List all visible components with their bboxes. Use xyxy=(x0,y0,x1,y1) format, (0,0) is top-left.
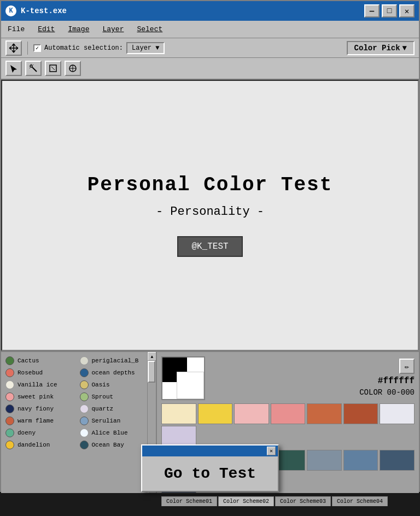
swatch[interactable] xyxy=(343,450,378,471)
scroll-thumb[interactable] xyxy=(148,361,155,383)
menu-edit[interactable]: Edit xyxy=(36,24,57,34)
scheme-tab-4[interactable]: Color Scheme04 xyxy=(332,496,388,506)
color-name: Sprout xyxy=(92,394,114,400)
svg-line-6 xyxy=(51,67,55,70)
scheme-tab-2[interactable]: Color Scheme02 xyxy=(218,496,274,506)
toolbar-separator xyxy=(27,42,28,55)
swatch[interactable] xyxy=(307,403,342,424)
transform-tool-button[interactable] xyxy=(65,61,81,76)
color-dot xyxy=(5,392,14,401)
color-name: Vanilla ice xyxy=(18,382,57,388)
svg-line-3 xyxy=(33,64,33,65)
color-name: warm flame xyxy=(18,418,54,424)
list-item[interactable]: Serulian xyxy=(80,417,152,425)
list-item[interactable]: periglacial_B xyxy=(80,356,152,365)
menu-bar: File Edit Image Layer Select xyxy=(1,21,419,38)
crop-tool-button[interactable] xyxy=(45,61,61,76)
selection-tool-button[interactable] xyxy=(5,61,22,76)
list-item[interactable]: dandelion xyxy=(5,441,78,449)
menu-select[interactable]: Select xyxy=(135,24,165,34)
color-name: Serulian xyxy=(92,418,121,424)
window-controls: — □ ✕ xyxy=(364,4,415,17)
auto-selection-group: ✓ Automatic selection: Layer ▼ xyxy=(33,42,165,54)
list-item[interactable]: warm flame xyxy=(5,417,78,425)
color-dot xyxy=(80,368,89,377)
color-name: navy fiony xyxy=(18,406,54,412)
menu-layer[interactable]: Layer xyxy=(100,24,126,34)
swatch[interactable] xyxy=(380,403,415,424)
list-item[interactable]: Rosebud xyxy=(5,368,78,377)
preview-white xyxy=(177,372,204,399)
menu-file[interactable]: File xyxy=(5,24,27,34)
color-dot xyxy=(80,404,89,413)
list-item[interactable]: Alice Blue xyxy=(80,429,152,437)
swatch[interactable] xyxy=(380,450,415,471)
move-tool-button[interactable] xyxy=(5,40,22,56)
color-dot xyxy=(80,441,89,449)
goto-dialog: ✕ Go to Test xyxy=(141,444,279,492)
color-name: doeny xyxy=(18,430,36,436)
list-item[interactable]: Vanilla ice xyxy=(5,380,78,389)
color-dot xyxy=(5,356,14,365)
app-icon: K xyxy=(5,5,16,16)
toolbar-row2 xyxy=(1,58,419,80)
svg-line-1 xyxy=(32,67,37,72)
color-name: Ocean Bay xyxy=(92,442,124,448)
swatch[interactable] xyxy=(307,450,342,471)
list-item[interactable]: ocean depths xyxy=(80,368,152,377)
minimize-button[interactable]: — xyxy=(364,4,380,17)
color-dot xyxy=(5,380,14,389)
list-item[interactable]: navy fiony xyxy=(5,404,78,413)
canvas-badge: @K_TEST xyxy=(177,236,242,257)
color-pick-button[interactable]: Color Pick ▼ xyxy=(347,41,415,55)
layer-dropdown[interactable]: Layer ▼ xyxy=(126,42,165,54)
color-name: quartz xyxy=(92,406,114,412)
color-dot xyxy=(5,417,14,425)
auto-selection-label: Automatic selection: xyxy=(44,44,123,52)
list-item[interactable]: quartz xyxy=(80,404,152,413)
color-dot xyxy=(80,392,89,401)
goto-dialog-content: Go to Test xyxy=(142,456,278,491)
menu-image[interactable]: Image xyxy=(66,24,91,34)
swatch[interactable] xyxy=(343,403,378,424)
color-dot xyxy=(5,404,14,413)
swatch[interactable] xyxy=(271,403,306,424)
list-item[interactable]: doeny xyxy=(5,429,78,437)
list-item[interactable]: sweet pink xyxy=(5,392,78,401)
hex-code: #ffffff xyxy=(378,376,415,386)
svg-line-4 xyxy=(30,68,30,68)
color-name: dandelion xyxy=(18,442,50,448)
edit-button[interactable]: ✏ xyxy=(399,359,415,374)
scheme-tab-3[interactable]: Color Scheme03 xyxy=(275,496,331,506)
swatches-grid-row1 xyxy=(161,403,415,447)
canvas-title: Personal Color Test xyxy=(88,174,332,196)
color-name: sweet pink xyxy=(18,394,54,400)
goto-button[interactable]: Go to Test xyxy=(164,465,256,482)
color-code: COLOR 00-000 xyxy=(359,388,415,397)
goto-dialog-titlebar: ✕ xyxy=(142,445,278,456)
list-item[interactable]: Sprout xyxy=(80,392,152,401)
swatch[interactable] xyxy=(161,426,196,447)
scheme-top: ✏ #ffffff COLOR 00-000 xyxy=(161,356,415,400)
swatch[interactable] xyxy=(234,403,269,424)
content-column: Personal Color Test - Personality - @K_T… xyxy=(1,80,419,493)
swatch[interactable] xyxy=(161,403,196,424)
list-item[interactable]: Cactus xyxy=(5,356,78,365)
title-bar: K K-test.exe — □ ✕ xyxy=(1,1,419,21)
main-area: Personal Color Test - Personality - @K_T… xyxy=(1,80,419,493)
toolbar-right: Color Pick ▼ xyxy=(347,41,415,55)
magic-wand-button[interactable] xyxy=(25,61,42,76)
canvas-display: Personal Color Test - Personality - @K_T… xyxy=(1,80,419,351)
close-button[interactable]: ✕ xyxy=(399,4,415,17)
scheme-tab-1[interactable]: Color Scheme01 xyxy=(161,496,217,506)
swatch[interactable] xyxy=(198,403,233,424)
list-item[interactable]: Oasis xyxy=(80,380,152,389)
scroll-up-arrow[interactable]: ▲ xyxy=(148,352,156,361)
color-name: Oasis xyxy=(92,382,110,388)
scheme-tabs: Color Scheme01 Color Scheme02 Color Sche… xyxy=(161,496,415,506)
color-dot xyxy=(80,429,89,437)
color-dot xyxy=(5,441,14,449)
auto-selection-checkbox[interactable]: ✓ xyxy=(33,44,41,52)
goto-close-button[interactable]: ✕ xyxy=(267,447,276,455)
maximize-button[interactable]: □ xyxy=(382,4,397,17)
